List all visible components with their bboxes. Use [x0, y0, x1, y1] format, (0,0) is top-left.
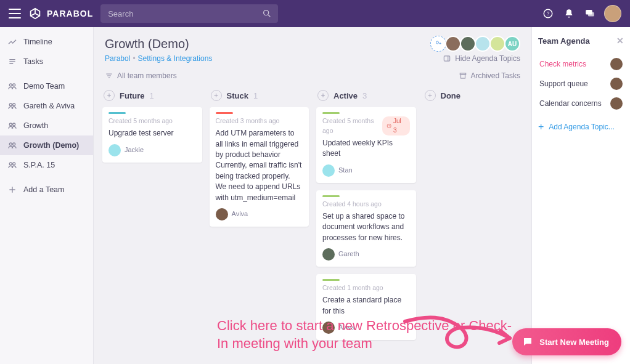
task-card[interactable]: Created 3 months agoAdd UTM parameters t… [210, 107, 309, 227]
member-avatar[interactable] [475, 36, 491, 52]
assignee-name: Aviva [338, 323, 355, 333]
status-stripe [322, 279, 340, 281]
breadcrumb-current[interactable]: Settings & Integrations [138, 54, 213, 63]
card-created: Created 5 months ago [322, 116, 382, 135]
assignee-name: Stan [338, 166, 353, 176]
svg-point-0 [264, 10, 269, 15]
svg-rect-24 [444, 56, 449, 61]
chat-bubble-icon [522, 336, 533, 347]
svg-point-21 [436, 41, 439, 44]
column-done: +Done [422, 86, 525, 364]
filter-icon [105, 71, 113, 80]
svg-rect-30 [460, 75, 465, 78]
team-icon [7, 160, 17, 170]
notifications-icon[interactable] [562, 7, 576, 20]
team-members: AU [434, 36, 520, 52]
add-card-button[interactable]: + [104, 90, 115, 101]
hide-agenda-button[interactable]: Hide Agenda Topics [443, 54, 520, 63]
add-agenda-button[interactable]: + Add Agenda Topic... [538, 122, 624, 132]
sidebar-team-item[interactable]: Growth (Demo) [0, 135, 93, 155]
member-avatar[interactable] [445, 36, 461, 52]
svg-point-18 [13, 163, 15, 165]
agenda-avatar [610, 78, 623, 90]
assignee-avatar [216, 208, 228, 220]
agenda-panel: Team Agenda ✕ Check metricsSupport queue… [531, 27, 630, 364]
user-avatar[interactable] [604, 5, 621, 22]
search-input[interactable] [107, 9, 262, 19]
svg-point-17 [9, 163, 12, 165]
member-avatar-initials[interactable]: AU [504, 36, 520, 52]
agenda-avatar [610, 97, 623, 110]
search-box[interactable] [100, 4, 278, 23]
nav-label: Tasks [23, 57, 43, 66]
nav-label: Add a Team [23, 185, 64, 194]
archived-tasks-button[interactable]: Archived Tasks [459, 71, 520, 80]
nav-tasks[interactable]: Tasks [0, 52, 93, 71]
add-card-button[interactable]: + [211, 90, 222, 101]
sidebar-team-item[interactable]: S.P.A. 15 [0, 155, 93, 175]
card-created: Created 3 months ago [216, 116, 280, 126]
close-agenda-icon[interactable]: ✕ [616, 36, 624, 46]
assignee-avatar [108, 144, 121, 156]
nav-timeline[interactable]: Timeline [0, 32, 93, 52]
main: Growth (Demo) AU Parabol • Settings & In… [94, 27, 531, 364]
svg-point-13 [9, 123, 12, 126]
svg-text:?: ? [547, 11, 550, 17]
member-avatar[interactable] [489, 36, 505, 52]
card-created: Created 1 month ago [322, 283, 383, 293]
task-card[interactable]: Created 1 month agoCreate a standard pla… [316, 274, 416, 340]
sidebar-team-item[interactable]: Growth [0, 116, 93, 135]
svg-point-11 [9, 103, 12, 106]
chat-icon[interactable] [583, 7, 597, 20]
start-meeting-button[interactable]: Start New Meeting [512, 328, 621, 355]
breadcrumb-root[interactable]: Parabol [105, 54, 130, 63]
card-text: Add UTM parameters to all links in email… [216, 128, 303, 203]
team-icon [7, 101, 17, 111]
plus-icon: + [538, 122, 544, 132]
menu-icon[interactable] [9, 9, 21, 18]
assignee-avatar [322, 164, 335, 177]
nav-add-team[interactable]: Add a Team [0, 180, 93, 200]
svg-point-14 [13, 123, 15, 126]
card-text: Upgrade test server [108, 128, 196, 139]
team-icon [7, 140, 17, 150]
due-badge: Jul 3 [382, 116, 410, 135]
team-icon [7, 121, 17, 131]
agenda-item-label: Calendar concerns [539, 99, 607, 108]
help-icon[interactable]: ? [541, 7, 555, 20]
add-card-button[interactable]: + [425, 90, 436, 101]
add-member-button[interactable] [430, 36, 446, 52]
logo[interactable]: PARABOL [28, 7, 93, 20]
agenda-title: Team Agenda [538, 36, 590, 46]
column-active: +Active 3Created 5 months agoJul 3Update… [315, 86, 417, 364]
plus-icon [7, 185, 17, 195]
task-card[interactable]: Created 4 hours agoSet up a shared space… [316, 190, 416, 267]
svg-line-1 [268, 15, 270, 17]
svg-point-16 [13, 143, 15, 145]
tasks-icon [7, 57, 17, 67]
assignee-name: Gareth [338, 249, 359, 259]
card-created: Created 5 months ago [108, 116, 173, 126]
filter-members[interactable]: All team members [105, 71, 177, 80]
agenda-item[interactable]: Calendar concerns [538, 94, 624, 113]
card-text: Updated weekly KPIs sheet [322, 138, 410, 160]
timeline-icon [7, 37, 17, 47]
agenda-item[interactable]: Support queue [538, 74, 624, 94]
status-stripe [322, 195, 340, 197]
status-stripe [108, 112, 126, 114]
task-card[interactable]: Created 5 months agoUpgrade test serverJ… [102, 107, 202, 163]
assignee-name: Jackie [125, 145, 144, 155]
member-avatar[interactable] [460, 36, 476, 52]
add-card-button[interactable]: + [317, 90, 329, 101]
task-card[interactable]: Created 5 months agoJul 3Updated weekly … [316, 107, 416, 183]
agenda-item-label: Support queue [539, 79, 607, 88]
column-title: Stuck [227, 91, 248, 100]
sidebar-team-item[interactable]: Demo Team [0, 76, 93, 96]
sidebar-team-item[interactable]: Gareth & Aviva [0, 96, 93, 116]
column-stuck: +Stuck 1Created 3 months agoAdd UTM para… [208, 86, 311, 364]
column-title: Future [120, 91, 144, 100]
card-created: Created 4 hours ago [322, 200, 382, 209]
brand-text: PARABOL [47, 9, 93, 18]
svg-point-12 [13, 103, 15, 106]
agenda-item[interactable]: Check metrics [538, 54, 624, 74]
